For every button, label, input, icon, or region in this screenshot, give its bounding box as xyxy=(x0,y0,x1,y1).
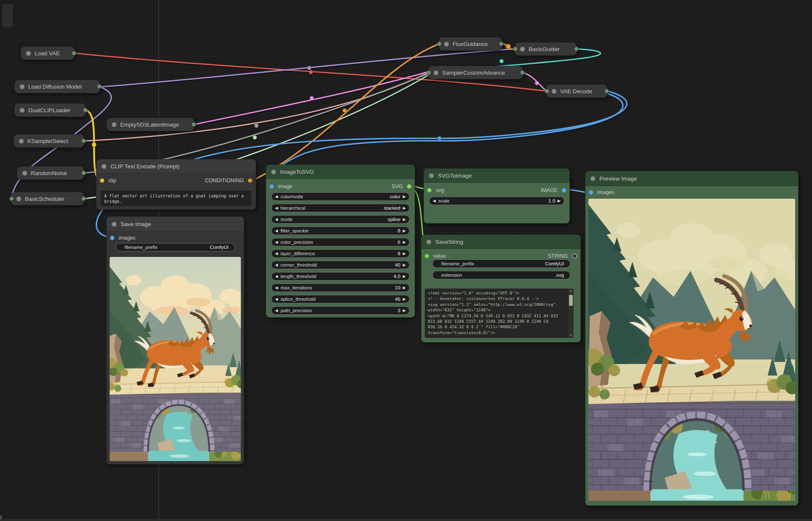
output-port[interactable] xyxy=(192,122,196,127)
comfyui-canvas[interactable]: { "canvas": { "bottom_left_text": "s" },… xyxy=(0,0,812,521)
clip-input-port[interactable] xyxy=(100,178,104,183)
node-load-vae[interactable]: Load VAE xyxy=(21,46,75,60)
input-port[interactable] xyxy=(437,42,442,46)
node-random-noise[interactable]: RandomNoise xyxy=(17,166,84,180)
collapse-dot-icon[interactable] xyxy=(426,240,431,244)
decrement-arrow-icon[interactable]: ◀ xyxy=(275,252,278,256)
svg-string-preview[interactable]: <?xml version="1.0" encoding="UTF-8"?> <… xyxy=(425,289,574,338)
collapse-dot-icon[interactable] xyxy=(112,222,116,227)
widget-color_precision[interactable]: ◀color_precision6▶ xyxy=(271,238,410,246)
output-port[interactable] xyxy=(604,89,609,94)
collapse-dot-icon[interactable] xyxy=(434,70,438,75)
collapse-dot-icon[interactable] xyxy=(26,51,31,56)
increment-arrow-icon[interactable]: ▶ xyxy=(558,199,561,203)
string-output-port[interactable] xyxy=(572,254,577,259)
increment-arrow-icon[interactable]: ▶ xyxy=(403,206,406,210)
decrement-arrow-icon[interactable]: ◀ xyxy=(275,218,278,221)
widget-value[interactable]: 3 xyxy=(398,308,400,313)
collapse-dot-icon[interactable] xyxy=(112,122,116,127)
node-vae-decode[interactable]: VAE Decode xyxy=(546,84,607,98)
widget-max_iterations[interactable]: ◀max_iterations10▶ xyxy=(271,283,410,292)
increment-arrow-icon[interactable]: ▶ xyxy=(403,275,406,278)
decrement-arrow-icon[interactable]: ◀ xyxy=(275,263,278,267)
widget-hierarchical[interactable]: ◀hierarchicalstacked▶ xyxy=(271,204,410,212)
widget-value[interactable]: color xyxy=(390,194,400,199)
collapse-dot-icon[interactable] xyxy=(20,108,24,113)
widget-value[interactable]: stacked xyxy=(383,205,400,211)
collapse-dot-icon[interactable] xyxy=(552,89,556,94)
widget-value[interactable]: ComfyUI xyxy=(545,261,564,266)
collapse-dot-icon[interactable] xyxy=(444,42,449,46)
decrement-arrow-icon[interactable]: ◀ xyxy=(275,297,278,301)
decrement-arrow-icon[interactable]: ◀ xyxy=(275,206,278,210)
node-empty-sd3-latent-image[interactable]: EmptySD3LatentImage xyxy=(106,118,194,131)
output-port[interactable] xyxy=(499,42,504,46)
node-clip-text-encode[interactable]: CLIP Text Encode (Prompt) clip CONDITION… xyxy=(96,159,256,210)
widget-value[interactable]: 6 xyxy=(398,240,400,245)
widget-filename_prefix[interactable]: filename_prefixComfyUI xyxy=(116,243,235,251)
widget-value[interactable]: 10 xyxy=(395,285,400,290)
decrement-arrow-icon[interactable]: ◀ xyxy=(275,195,278,199)
output-port[interactable] xyxy=(72,51,76,56)
increment-arrow-icon[interactable]: ▶ xyxy=(403,263,406,267)
node-preview-image[interactable]: Preview Image images xyxy=(585,171,799,506)
decrement-arrow-icon[interactable]: ◀ xyxy=(275,240,278,244)
widget-value[interactable]: .svg xyxy=(555,273,564,278)
conditioning-output-port[interactable] xyxy=(248,178,252,183)
input-port[interactable] xyxy=(513,47,518,51)
output-port[interactable] xyxy=(81,197,86,201)
image-input-port[interactable] xyxy=(270,184,274,189)
collapse-dot-icon[interactable] xyxy=(591,176,595,181)
scrollbar-thumb[interactable] xyxy=(569,295,573,306)
scroll-up-icon[interactable]: ∧ xyxy=(569,289,572,294)
output-port[interactable] xyxy=(574,47,579,51)
widget-scale[interactable]: ◀scale1.0▶ xyxy=(429,197,564,205)
widget-filter_speckle[interactable]: ◀filter_speckle8▶ xyxy=(271,227,410,235)
output-port[interactable] xyxy=(81,171,86,175)
decrement-arrow-icon[interactable]: ◀ xyxy=(275,286,278,290)
input-port[interactable] xyxy=(9,197,14,201)
increment-arrow-icon[interactable]: ▶ xyxy=(403,229,406,233)
increment-arrow-icon[interactable]: ▶ xyxy=(403,286,406,290)
increment-arrow-icon[interactable]: ▶ xyxy=(403,297,406,301)
image-output-port[interactable] xyxy=(562,188,566,192)
widget-value[interactable]: spline xyxy=(388,217,400,222)
output-port[interactable] xyxy=(83,108,88,113)
widget-value[interactable]: 8 xyxy=(398,251,400,256)
node-dual-clip-loader[interactable]: DualCLIPLoader xyxy=(14,103,86,117)
widget-filename_prefix[interactable]: filename_prefixComfyUI xyxy=(432,259,570,268)
widget-value[interactable]: ComfyUI xyxy=(210,245,229,250)
scrollbar[interactable]: ∧ ∨ xyxy=(568,289,574,338)
images-input-port[interactable] xyxy=(110,236,114,240)
output-port[interactable] xyxy=(97,84,102,89)
scroll-down-icon[interactable]: ∨ xyxy=(569,332,572,338)
widget-layer_difference[interactable]: ◀layer_difference8▶ xyxy=(271,249,410,258)
decrement-arrow-icon[interactable]: ◀ xyxy=(275,275,278,278)
node-svg-to-image[interactable]: SVGToImage svg IMAGE ◀scale1.0▶ xyxy=(424,168,570,224)
node-sampler-custom-advance[interactable]: SamplerCustomAdvance xyxy=(428,66,523,79)
increment-arrow-icon[interactable]: ▶ xyxy=(403,309,406,313)
node-load-diffusion-model[interactable]: Load Diffusion Model xyxy=(14,80,100,93)
value-input-port[interactable] xyxy=(425,254,429,258)
widget-value[interactable]: 45 xyxy=(395,297,400,302)
input-port[interactable] xyxy=(545,89,549,94)
collapse-dot-icon[interactable] xyxy=(102,164,106,169)
node-ksampler-select[interactable]: KSamplerSelect xyxy=(13,134,84,148)
widget-value[interactable]: 40 xyxy=(395,262,400,267)
widget-splice_threshold[interactable]: ◀splice_threshold45▶ xyxy=(271,295,410,303)
input-port[interactable] xyxy=(426,70,431,75)
widget-mode[interactable]: ◀modespline▶ xyxy=(271,215,410,224)
widget-colormode[interactable]: ◀colormodecolor▶ xyxy=(271,192,410,201)
widget-corner_threshold[interactable]: ◀corner_threshold40▶ xyxy=(271,261,410,269)
node-image-to-svg[interactable]: ImageToSVG image SVG ◀colormodecolor▶◀hi… xyxy=(266,165,415,318)
collapse-dot-icon[interactable] xyxy=(271,170,276,174)
widget-length_threshold[interactable]: ◀length_threshold4.0▶ xyxy=(271,272,410,281)
output-port[interactable] xyxy=(81,139,86,143)
images-input-port[interactable] xyxy=(589,190,593,194)
prompt-textarea[interactable]: A flat vector art illustration of a goat… xyxy=(101,191,251,206)
node-flux-guidance[interactable]: FluxGuidance xyxy=(439,37,502,51)
widget-value[interactable]: 1.0 xyxy=(548,198,555,203)
increment-arrow-icon[interactable]: ▶ xyxy=(403,195,406,199)
svg-output-port[interactable] xyxy=(407,184,411,189)
decrement-arrow-icon[interactable]: ◀ xyxy=(433,199,436,203)
